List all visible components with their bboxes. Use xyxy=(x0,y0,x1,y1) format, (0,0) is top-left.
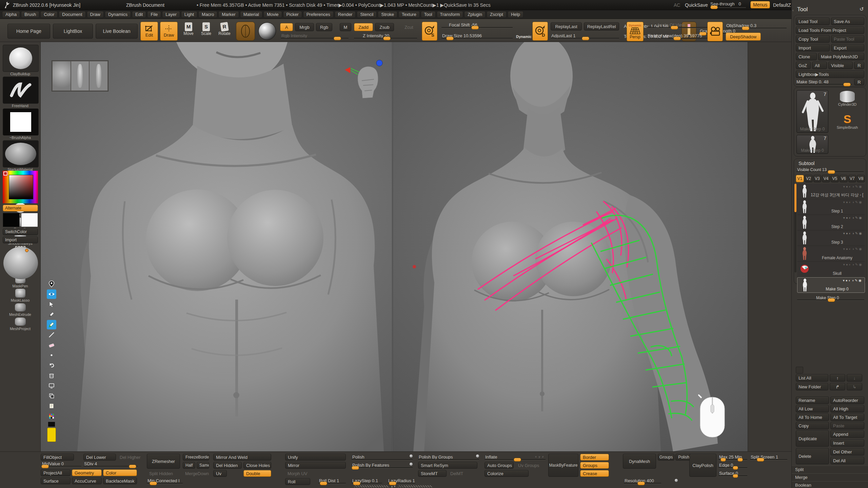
main-color-swatch[interactable] xyxy=(3,213,20,227)
menu-stencil[interactable]: Stencil xyxy=(357,11,377,18)
current-material-sphere[interactable] xyxy=(258,22,276,40)
home-page-button[interactable]: Home Page xyxy=(7,24,50,39)
tool-simplebrush[interactable]: S SimpleBrush xyxy=(830,113,864,134)
visibility-eye-icon[interactable] xyxy=(47,289,56,299)
stroke-preview[interactable] xyxy=(236,22,255,41)
obj-shadow-slider[interactable]: ObjShadow 0.3 xyxy=(726,23,766,29)
see-through-slider[interactable]: See-through 0 xyxy=(710,1,746,8)
del-other-button[interactable]: Del Other xyxy=(830,448,864,455)
menu-alpha[interactable]: Alpha xyxy=(2,11,20,18)
tool-export-button[interactable]: Export xyxy=(831,44,864,52)
autoclaim-toggle[interactable]: AC xyxy=(674,2,680,8)
store-mt-button[interactable]: StoreMT xyxy=(418,470,447,477)
tab-v1[interactable]: V1 xyxy=(796,175,804,182)
lightbox-tools-button[interactable]: Lightbox▶Tools xyxy=(796,70,864,78)
live-boolean-button[interactable]: Live Boolean xyxy=(96,24,138,39)
tab-v5[interactable]: V5 xyxy=(831,175,839,182)
surface-button[interactable]: Surface xyxy=(41,477,71,484)
geometry-tab-button[interactable]: Geometry xyxy=(72,469,102,476)
rgb-toggle[interactable]: Rgb xyxy=(316,23,332,31)
delete-button[interactable]: Delete xyxy=(796,448,829,464)
smart-resym-button[interactable]: Smart ReSym xyxy=(418,462,477,469)
visible-count-slider[interactable]: Visible Count 13 xyxy=(796,167,864,173)
uv-groups-button[interactable]: Uv Groups xyxy=(516,462,546,469)
menu-movie[interactable]: Movie xyxy=(263,11,282,18)
del-all-button[interactable]: Del All xyxy=(830,457,864,464)
color-palette-icon[interactable] xyxy=(47,411,56,421)
document-canvas[interactable] xyxy=(41,42,748,451)
menu-texture[interactable]: Texture xyxy=(398,11,420,18)
angle-of-view-slider[interactable]: Angle Of View xyxy=(647,22,708,28)
focal-shift-slider[interactable]: Focal Shift -56 xyxy=(441,22,513,28)
dynamesh-groups-button[interactable]: Groups xyxy=(658,454,674,461)
light-position-dot[interactable] xyxy=(25,249,28,252)
menu-edit[interactable]: Edit xyxy=(132,11,146,18)
colorize-button[interactable]: Colorize xyxy=(485,470,529,477)
black-swatch[interactable] xyxy=(48,422,55,427)
right-figure-sculpt[interactable] xyxy=(393,42,748,451)
goz-button[interactable]: GoZ xyxy=(796,62,811,69)
del-lower-button[interactable]: Del Lower xyxy=(83,454,116,461)
rotate-mode-button[interactable]: R Rotate xyxy=(216,22,233,40)
subtool-item-icons[interactable]: ▾●◐◑✎◉ xyxy=(843,185,863,188)
persp-dynamic-button[interactable]: Dynamic Persp xyxy=(627,22,644,41)
min-connected-slider[interactable]: Min Connected I xyxy=(147,478,183,484)
scale-mode-button[interactable]: S Scale xyxy=(199,22,214,40)
goz-r-button[interactable]: R xyxy=(854,62,864,69)
all-to-home-button[interactable]: All To Home xyxy=(796,413,829,421)
load-tool-button[interactable]: Load Tool xyxy=(796,18,830,25)
eraser-icon[interactable] xyxy=(47,340,56,350)
pen-icon[interactable] xyxy=(47,310,56,319)
deep-shadow-button[interactable]: DeepShadow xyxy=(726,33,761,41)
del-mt-button[interactable]: DelMT xyxy=(448,470,476,477)
mask-by-feature-button[interactable]: MaskByFeature xyxy=(548,454,578,477)
polish-by-features-slider[interactable]: Polish By Features xyxy=(352,463,413,469)
menu-color[interactable]: Color xyxy=(40,11,58,18)
make-step-slider[interactable]: Make Step 0. 48 xyxy=(796,79,852,85)
project-all-button[interactable]: ProjectAll xyxy=(41,469,71,476)
mbf-crease-button[interactable]: Crease xyxy=(580,470,609,477)
notepad-icon[interactable] xyxy=(47,401,56,411)
split-section-header[interactable]: Split xyxy=(792,466,868,473)
subtool-copy-button[interactable]: Copy xyxy=(796,422,829,429)
subtool-make-step-slider[interactable]: Make Step 0 xyxy=(797,296,864,301)
tool-reset-icon[interactable]: ↺ xyxy=(860,6,864,12)
subtool-down-button[interactable]: ↓ xyxy=(847,374,862,382)
auto-reorder-button[interactable]: AutoReorder xyxy=(830,396,864,404)
all-high-button[interactable]: All High xyxy=(830,405,864,412)
polish-toggle-dot[interactable] xyxy=(410,454,413,458)
same-button[interactable]: Same xyxy=(197,462,209,469)
tray-scroll-handle[interactable]: ▲▼ xyxy=(354,485,432,488)
del-hidden-button[interactable]: Del Hidden xyxy=(213,462,242,469)
accucurve-button[interactable]: AccuCurve xyxy=(72,477,102,484)
boolean-section-header[interactable]: Boolean xyxy=(792,481,868,488)
close-holes-button[interactable]: Close Holes xyxy=(243,462,271,469)
paste-tool-button[interactable]: Paste Tool xyxy=(831,35,864,43)
lazy-step-slider[interactable]: LazyStep 0.1 xyxy=(352,478,382,484)
menu-transform[interactable]: Transform xyxy=(437,11,463,18)
quicksave-button[interactable]: QuickSave xyxy=(685,2,708,8)
pbf-toggle-dot[interactable] xyxy=(410,463,413,466)
clone-button[interactable]: Clone xyxy=(796,53,817,60)
tab-v7[interactable]: V7 xyxy=(848,175,856,182)
menu-dynamics[interactable]: Dynamics xyxy=(105,11,131,18)
canvas-left-view[interactable] xyxy=(41,42,392,451)
move-mode-button[interactable]: M Move xyxy=(181,22,196,40)
menu-zscript[interactable]: Zscript xyxy=(487,11,507,18)
menu-document[interactable]: Document xyxy=(59,11,85,18)
menu-brush[interactable]: Brush xyxy=(21,11,39,18)
menu-preferences[interactable]: Preferences xyxy=(303,11,334,18)
uv-button[interactable]: Uv xyxy=(213,470,227,477)
alternate-button[interactable]: Alternate xyxy=(3,205,38,211)
menu-macro[interactable]: Macro xyxy=(198,11,217,18)
canvas-right-view[interactable] xyxy=(393,42,748,451)
tray-item-masklasso[interactable]: MaskLasso xyxy=(3,288,38,302)
sdiv-slider[interactable]: SDiv 4 xyxy=(83,461,138,467)
subtool-up-button[interactable]: ↑ xyxy=(830,374,845,382)
subtool-item-1[interactable]: ▾●◐◑✎◉ Step 1 xyxy=(797,199,865,215)
smooth-stroke-button[interactable]: S xyxy=(422,22,437,41)
backface-mask-button[interactable]: BackfaceMask xyxy=(103,477,137,484)
tab-v2[interactable]: V2 xyxy=(805,175,813,182)
menu-marker[interactable]: Marker xyxy=(218,11,239,18)
subtool-scrollbar[interactable] xyxy=(794,184,796,272)
